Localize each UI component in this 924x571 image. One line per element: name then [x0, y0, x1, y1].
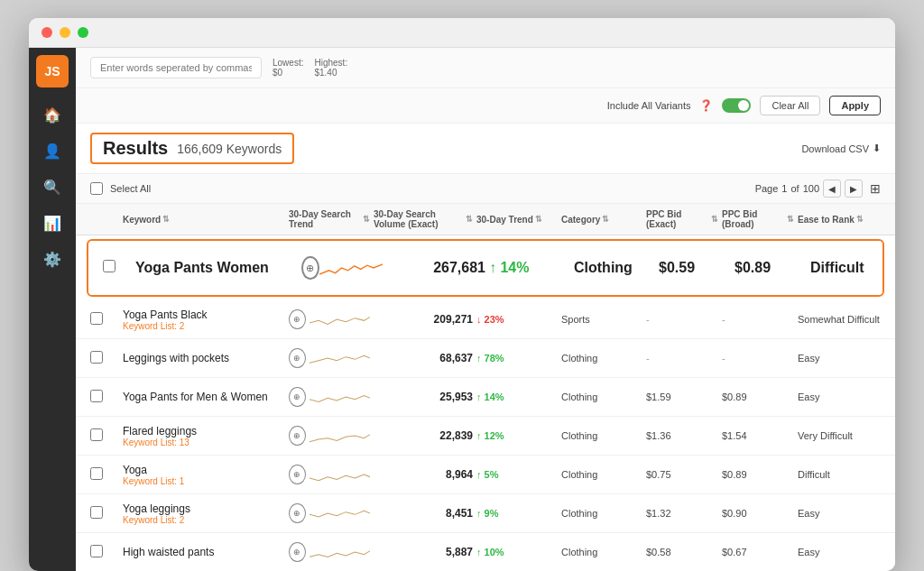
- of-label: of: [790, 183, 799, 194]
- row-sparkline: [310, 345, 370, 371]
- row-trend-cell: ⊕: [289, 501, 370, 526]
- row-ppc-exact: -: [646, 314, 718, 325]
- clear-all-button[interactable]: Clear All: [760, 96, 820, 115]
- close-button[interactable]: [42, 27, 52, 38]
- column-headers: Keyword ⇅ 30-Day Search Trend ⇅ 30-Day S…: [76, 204, 895, 235]
- titlebar: [29, 18, 895, 48]
- table-row: High waisted pants ⊕ 5,887 ↑ 10% Clothin…: [76, 533, 895, 571]
- row-trend-cell: ⊕: [289, 307, 370, 332]
- row-list-label[interactable]: Keyword List: 2: [123, 321, 285, 331]
- row-volume: 22,839: [374, 429, 473, 442]
- row-list-label[interactable]: Keyword List: 13: [123, 437, 285, 447]
- prev-page-button[interactable]: ◀: [823, 180, 841, 198]
- row-checkbox[interactable]: [90, 312, 103, 325]
- featured-row: Yoga Pants Women ⊕ 267,681 ↑ 14% Clothin…: [87, 239, 884, 297]
- table-row: Yoga leggings Keyword List: 2 ⊕ 8,451 ↑ …: [76, 494, 895, 533]
- main-content: Lowest: $0 Highest: $1.40 Include All Va…: [76, 48, 895, 571]
- sort-ppc-exact-icon[interactable]: ⇅: [711, 215, 718, 224]
- row-sparkline: [310, 462, 370, 487]
- row-trend-pct: ↑ 12%: [476, 430, 558, 441]
- sort-keyword-icon[interactable]: ⇅: [162, 215, 170, 224]
- row-keyword-name: Yoga Pants for Men & Women: [123, 391, 285, 403]
- row-keyword-cell: Yoga Pants Black Keyword List: 2: [123, 309, 285, 331]
- row-keyword-cell: High waisted pants: [123, 546, 285, 558]
- maximize-button[interactable]: [78, 27, 88, 38]
- keyword-filter-input[interactable]: [90, 57, 262, 78]
- row-trend-circle: ⊕: [289, 503, 306, 523]
- row-trend-pct: ↑ 78%: [476, 353, 558, 364]
- sidebar-item-settings[interactable]: ⚙️: [36, 243, 69, 275]
- row-sparkline: [310, 539, 370, 565]
- featured-category: Clothing: [574, 260, 655, 276]
- row-ppc-exact: $0.75: [646, 469, 718, 480]
- include-variants-toggle[interactable]: [722, 98, 751, 113]
- col-keyword: Keyword ⇅: [123, 215, 285, 225]
- minimize-button[interactable]: [60, 27, 70, 38]
- row-trend-circle: ⊕: [289, 309, 306, 329]
- row-checkbox[interactable]: [90, 506, 103, 519]
- include-variants-label: Include All Variants: [607, 100, 691, 111]
- row-category: Clothing: [561, 547, 642, 557]
- row-checkbox[interactable]: [90, 351, 103, 364]
- row-ppc-exact: $1.59: [646, 391, 718, 402]
- page-total: 100: [803, 183, 819, 194]
- results-bar: Results 166,609 Keywords Download CSV ⬇: [76, 124, 895, 174]
- sidebar-logo: JS: [36, 55, 69, 87]
- row-volume: 68,637: [374, 352, 473, 364]
- featured-trend-circle: ⊕: [301, 256, 319, 280]
- sort-30day-icon[interactable]: ⇅: [535, 215, 542, 224]
- controls-row: Include All Variants ❓ Clear All Apply: [76, 88, 895, 124]
- row-keyword-cell: Yoga Pants for Men & Women: [123, 391, 285, 403]
- download-csv-button[interactable]: Download CSV ⬇: [801, 143, 881, 154]
- featured-keyword: Yoga Pants Women: [135, 260, 298, 276]
- results-title-box: Results 166,609 Keywords: [90, 133, 294, 164]
- download-icon: ⬇: [873, 143, 881, 154]
- table-row: Yoga Pants Black Keyword List: 2 ⊕ 209,2…: [76, 300, 895, 339]
- row-sparkline: [310, 501, 370, 526]
- sidebar-item-search[interactable]: 🔍: [36, 170, 69, 203]
- sort-ease-icon[interactable]: ⇅: [856, 215, 864, 224]
- featured-volume: 267,681: [386, 260, 485, 276]
- row-checkbox-cell: [90, 390, 119, 404]
- col-ppc-broad: PPC Bid (Broad) ⇅: [722, 209, 794, 229]
- row-checkbox-cell: [90, 506, 119, 520]
- row-sparkline: [310, 307, 370, 332]
- row-keyword-name: Yoga Pants Black: [123, 309, 285, 321]
- select-all-checkbox[interactable]: [90, 182, 103, 195]
- row-ppc-broad: -: [722, 353, 794, 364]
- row-checkbox[interactable]: [90, 545, 103, 557]
- row-checkbox-cell: [90, 312, 119, 327]
- sort-trend-icon[interactable]: ⇅: [363, 215, 370, 224]
- featured-trend-pct: ↑ 14%: [489, 260, 570, 276]
- sidebar-item-home[interactable]: 🏠: [36, 98, 69, 131]
- apply-button[interactable]: Apply: [829, 96, 881, 115]
- row-checkbox[interactable]: [90, 390, 103, 402]
- sort-category-icon[interactable]: ⇅: [602, 215, 609, 224]
- row-trend-circle: ⊕: [289, 542, 306, 562]
- featured-ease: Difficult: [810, 260, 895, 276]
- row-checkbox-cell: [90, 467, 119, 482]
- sort-ppc-broad-icon[interactable]: ⇅: [787, 215, 794, 224]
- row-ease: Very Difficult: [798, 430, 888, 441]
- row-category: Clothing: [561, 391, 642, 402]
- sidebar-item-chart[interactable]: 📊: [36, 207, 69, 239]
- row-volume: 209,271: [374, 313, 473, 326]
- row-category: Clothing: [561, 469, 642, 480]
- row-volume: 8,964: [374, 468, 473, 481]
- featured-checkbox[interactable]: [103, 260, 116, 272]
- results-count: 166,609 Keywords: [177, 142, 282, 156]
- highest-label: Highest:: [314, 58, 347, 68]
- row-ppc-broad: $0.89: [722, 469, 794, 480]
- row-checkbox[interactable]: [90, 467, 103, 480]
- sort-volume-icon[interactable]: ⇅: [466, 215, 473, 224]
- grid-view-icon[interactable]: ⊞: [870, 181, 881, 196]
- row-checkbox-cell: [90, 545, 119, 559]
- sidebar-item-user[interactable]: 👤: [36, 134, 69, 167]
- row-ppc-broad: -: [722, 314, 794, 325]
- row-trend-cell: ⊕: [289, 384, 370, 410]
- row-list-label[interactable]: Keyword List: 1: [123, 476, 285, 486]
- row-list-label[interactable]: Keyword List: 2: [123, 515, 285, 525]
- row-checkbox[interactable]: [90, 428, 103, 441]
- featured-checkbox-cell: [103, 260, 132, 276]
- next-page-button[interactable]: ▶: [845, 180, 863, 198]
